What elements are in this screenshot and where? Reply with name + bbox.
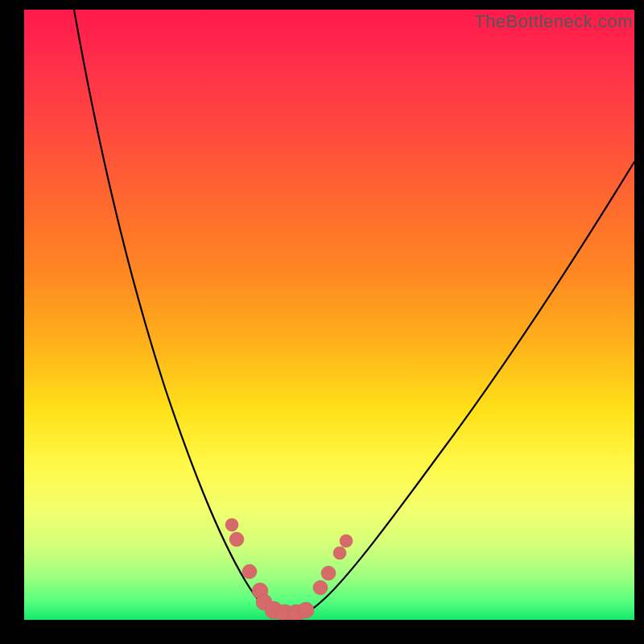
- bead: [225, 518, 238, 531]
- bead: [340, 535, 353, 547]
- bead: [229, 532, 244, 547]
- bead: [313, 580, 328, 595]
- beads-group: [225, 518, 353, 620]
- bead: [242, 564, 257, 579]
- left-curve: [74, 10, 278, 615]
- bead: [321, 566, 336, 580]
- bead: [298, 602, 314, 618]
- bead: [333, 547, 346, 559]
- watermark-text: TheBottleneck.com: [474, 11, 633, 32]
- plot-area: [24, 10, 634, 620]
- right-curve: [298, 162, 634, 616]
- chart-svg: [24, 10, 634, 620]
- frame: TheBottleneck.com: [0, 0, 644, 644]
